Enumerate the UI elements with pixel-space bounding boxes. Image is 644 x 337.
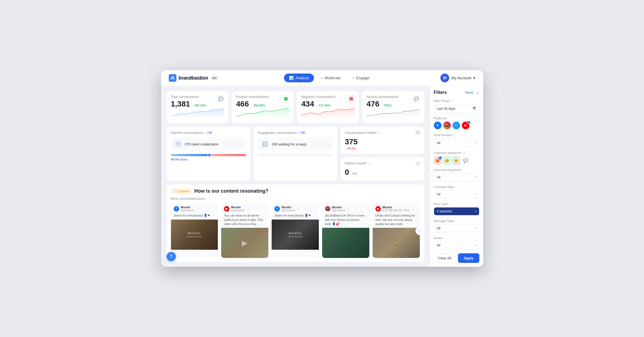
sentiment-other-icon[interactable]: 💬	[462, 157, 469, 164]
content-section-title: How is our content resonating?	[194, 188, 268, 194]
comment-keywords-label-text: Comment Keywords	[434, 168, 461, 172]
negative-value: 434	[301, 100, 314, 108]
post-types-label: Post Types	[434, 202, 479, 206]
platform-fb-icon[interactable]: f	[434, 122, 441, 129]
post-3-text: @LaraBlackLife We're in love with this D…	[322, 213, 369, 228]
date-range-calendar-icon: 📅	[472, 107, 476, 111]
platform-yt-icon[interactable]: ▶ 2	[462, 122, 469, 129]
message-types-label-text: Message Types	[434, 219, 455, 223]
content-section-header: 📄 Content How is our content resonating?	[171, 188, 420, 194]
post-card-4[interactable]: ▶ Muotis 8:33 AM Mar 28, 2023 ⋮ Urban an…	[373, 203, 420, 258]
platform-tw-icon[interactable]: 🐦	[452, 122, 460, 129]
comment-tags-value: All	[437, 192, 475, 196]
stat-card-negative: Negative conversations 434 ↑ 471.05%	[297, 91, 359, 123]
engageable-item[interactable]: 💬 190 waiting for a reply ›	[258, 137, 333, 151]
engageable-ai-icon: ○	[300, 131, 301, 134]
account-button[interactable]: M My Account ▾	[440, 74, 475, 82]
post-card-3[interactable]: 📷 Muotis Sponsored ⋮ @LaraBlackLife We'r…	[322, 203, 369, 258]
post-types-select[interactable]: 4 selected ▾	[434, 207, 479, 215]
help-button[interactable]: ?	[167, 252, 176, 261]
post-3-menu-icon[interactable]: ⋮	[347, 207, 351, 211]
platform-ig-icon[interactable]: 📷	[443, 122, 451, 129]
comment-keywords-filter: Comment Keywords All ▾	[434, 168, 479, 181]
svg-line-6	[416, 131, 420, 134]
content-badge: 📄 Content	[171, 189, 192, 194]
hidden-label: Conversations hidden	[345, 131, 377, 135]
harmful-arrow-icon: ›	[241, 142, 243, 146]
post-card-1[interactable]: ▶ Muotis Sponsored ⋮ You can wear an all…	[221, 203, 268, 258]
content-badge-text: Content	[178, 190, 190, 193]
sentiment-neu-icon[interactable]: 😐	[452, 157, 460, 164]
positive-value: 466	[236, 100, 249, 108]
post-1-play-icon: ▶	[242, 238, 248, 248]
moderate-icon: ○	[320, 76, 323, 80]
analyze-label: Analyze	[295, 76, 309, 80]
date-range-select[interactable]: Last 30 days 📅	[434, 105, 479, 113]
total-change: ↑ 487.66%	[192, 104, 207, 107]
stat-card-neutral: Neutral conversations 476 ↑ 750% 💬	[362, 91, 424, 123]
nav-tab-moderate[interactable]: ○ Moderate	[316, 74, 346, 82]
engageable-label-text: Engageable conversations	[258, 131, 297, 135]
comment-keywords-value: All	[437, 175, 475, 179]
post-card-0[interactable]: f Muotis Sponsored ⋮ Jeans for every(bod…	[171, 203, 218, 258]
message-types-chevron-icon: ▾	[475, 227, 476, 230]
post-0-name: Muotis	[181, 206, 194, 209]
negative-label: Negative conversations	[301, 95, 355, 99]
post-2-name: Muotis	[282, 206, 295, 209]
post-2-menu-icon[interactable]: ⋮	[296, 207, 300, 211]
neutral-sparkline	[367, 108, 420, 118]
save-button[interactable]: Save	[465, 90, 473, 94]
clear-all-button[interactable]: Clear All	[434, 253, 456, 263]
post-0-meta: Sponsored	[181, 209, 194, 212]
apply-button[interactable]: Apply	[458, 253, 479, 263]
post-1-menu-icon[interactable]: ⋮	[246, 207, 250, 211]
most-commented-label: Most commented posts	[171, 197, 420, 201]
nav-tab-engage[interactable]: ○ Engage	[347, 74, 375, 82]
neutral-label: Neutral conversations	[367, 95, 420, 99]
main-layout: Total conversations 1,381 ↑ 487.66% 💬	[161, 86, 483, 267]
post-4-text: Urban and Casual clothing for men. We ar…	[373, 213, 420, 228]
header-right: M My Account ▾	[440, 74, 475, 82]
content-area: Total conversations 1,381 ↑ 487.66% 💬	[161, 86, 430, 267]
post-card-2[interactable]: f Muotis Sponsored ⋮ Jeans for every(bod…	[272, 203, 319, 258]
svg-point-7	[417, 163, 419, 164]
replies-label-row: Replies issued ⓘ	[345, 161, 420, 165]
assets-filter: Assets All ▾	[434, 236, 479, 249]
post-types-chevron-icon: ▾	[475, 210, 476, 213]
platforms-label: Platforms	[434, 117, 479, 120]
engageable-ai-text: AI	[302, 131, 305, 134]
sentiment-neu-emoji: 😐	[454, 158, 459, 163]
comment-tags-chevron-icon: ▾	[475, 193, 476, 196]
sentiment-pos-icon[interactable]: 😊	[443, 157, 451, 164]
positive-icon	[282, 95, 290, 103]
assets-select[interactable]: All ▾	[434, 241, 479, 249]
post-4-platform-icon: ▶	[375, 206, 381, 212]
sentiment-neg-icon[interactable]: 😡 2	[434, 157, 441, 164]
post-0-text: Jeans for every(body) 👖❤	[171, 213, 218, 219]
harmful-shield-icon: 🛡	[174, 140, 182, 148]
save-folder-icon[interactable]: 🗂	[476, 90, 479, 95]
message-types-select[interactable]: All ▾	[434, 224, 479, 232]
sidebar-collapse-button[interactable]: ›	[427, 173, 433, 179]
platform-icons-row: f 📷 🐦 ▶ 2	[434, 122, 479, 129]
comment-keywords-select[interactable]: All ▾	[434, 173, 479, 181]
harmful-ai-icon: ○	[207, 131, 208, 134]
logo-area: brandbastion lite	[169, 74, 218, 82]
harmful-item[interactable]: 🛡 276 need moderation ›	[171, 137, 246, 151]
positive-change: ↑ 356.86%	[251, 104, 265, 107]
asset-groups-select[interactable]: All ▾	[434, 139, 479, 147]
engageable-arrow-icon: ›	[328, 142, 330, 146]
post-0-menu-icon[interactable]: ⋮	[196, 207, 199, 211]
post-3-meta: Sponsored	[332, 209, 345, 212]
posts-row: f Muotis Sponsored ⋮ Jeans for every(bod…	[171, 203, 420, 258]
lite-badge: lite	[211, 76, 218, 80]
comment-sentiment-filter: Comment Sentiment ⓘ 😡 2 😊 😐 💬	[434, 151, 479, 164]
comment-tags-label: Comment Tags	[434, 185, 479, 189]
nav-tab-analyze[interactable]: 📊 Analyze	[284, 74, 314, 82]
post-types-filter: Post Types 4 selected ▾	[434, 202, 479, 215]
neutral-change: ↑ 750%	[381, 104, 392, 107]
post-2-platform-icon: f	[274, 206, 280, 212]
post-1-platform-icon: ▶	[224, 206, 229, 212]
comment-tags-select[interactable]: All ▾	[434, 190, 479, 198]
post-4-menu-icon[interactable]: ⋮	[411, 207, 415, 211]
